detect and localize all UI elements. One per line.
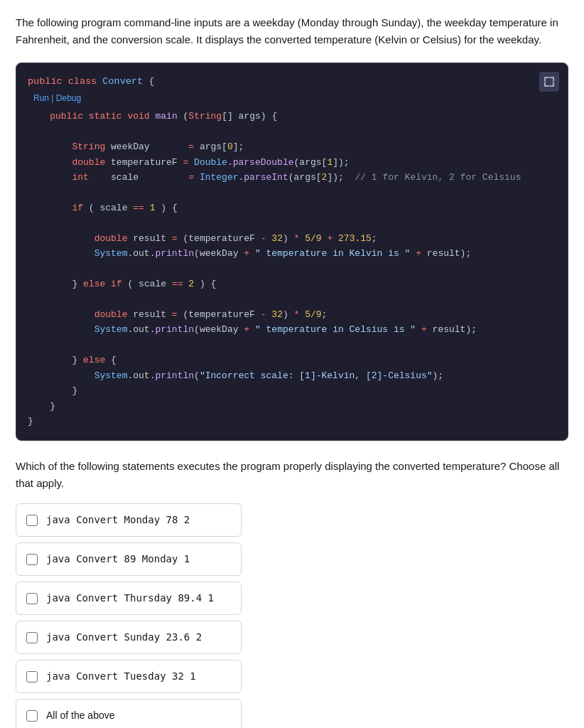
code-block: public class Convert { Run | Debug publi… (16, 63, 568, 441)
option-all-above[interactable]: All of the above (16, 699, 242, 728)
option-thursday-89-1[interactable]: java Convert Thursday 89.4 1 (16, 582, 242, 615)
option-label-tuesday-32-1: java Convert Tuesday 32 1 (46, 669, 196, 684)
checkbox-tuesday-32-1[interactable] (26, 671, 38, 682)
debug-link[interactable]: Debug (56, 93, 81, 103)
run-link[interactable]: Run (33, 93, 49, 103)
checkbox-thursday-89-1[interactable] (26, 593, 38, 604)
question-section: Which of the following statements execut… (16, 458, 568, 728)
option-label-sunday-23-2: java Convert Sunday 23.6 2 (46, 630, 202, 645)
option-monday-78-2[interactable]: java Convert Monday 78 2 (16, 503, 242, 537)
checkbox-monday-78-2[interactable] (26, 515, 38, 526)
option-sunday-23-2[interactable]: java Convert Sunday 23.6 2 (16, 621, 242, 654)
expand-button[interactable] (539, 72, 559, 92)
checkbox-sunday-23-2[interactable] (26, 632, 38, 643)
option-label-thursday-89-1: java Convert Thursday 89.4 1 (46, 591, 214, 606)
run-debug-links: Run | Debug (16, 92, 568, 109)
question-text: Which of the following statements execut… (16, 458, 568, 492)
option-label-monday-78-2: java Convert Monday 78 2 (46, 513, 190, 528)
option-tuesday-32-1[interactable]: java Convert Tuesday 32 1 (16, 660, 242, 693)
checkbox-all-above[interactable] (26, 710, 38, 722)
option-label-all-above: All of the above (46, 708, 115, 723)
code-content: public static void main (String[] args) … (16, 109, 568, 429)
description-text: The following program command-line input… (16, 14, 568, 48)
checkbox-89-monday-1[interactable] (26, 554, 38, 565)
option-label-89-monday-1: java Convert 89 Monday 1 (46, 552, 190, 567)
option-89-monday-1[interactable]: java Convert 89 Monday 1 (16, 542, 242, 576)
code-class-header: public class Convert { (16, 75, 568, 92)
